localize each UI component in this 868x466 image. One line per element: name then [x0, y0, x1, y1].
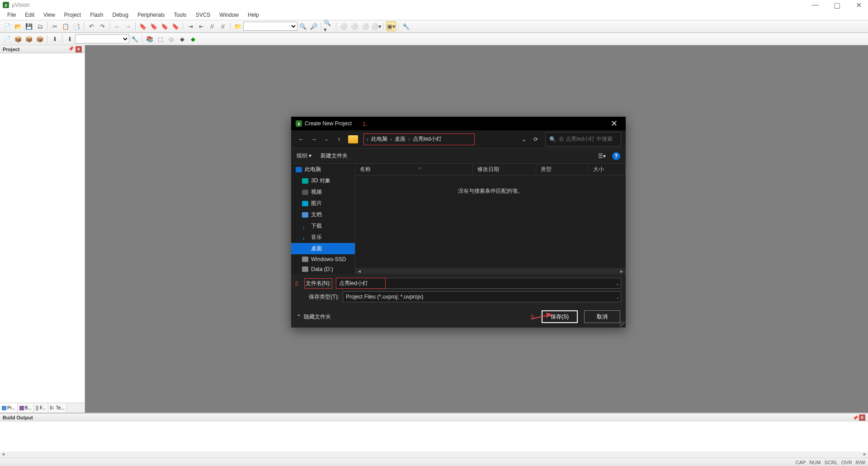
indent-icon[interactable]: ⇥	[185, 21, 195, 31]
nav-history-icon[interactable]: ⌄	[321, 134, 332, 145]
bookmark-clear-icon[interactable]: 🔖	[170, 21, 180, 31]
pin-icon[interactable]: 📌	[68, 46, 75, 52]
breadcrumb-item[interactable]: 点亮led小灯	[413, 135, 442, 143]
breadcrumb-item[interactable]: 此电脑	[371, 135, 387, 143]
bookmark-next-icon[interactable]: 🔖	[160, 21, 170, 31]
menu-svcs[interactable]: SVCS	[191, 11, 215, 19]
menu-flash[interactable]: Flash	[85, 11, 108, 19]
search-input[interactable]: 🔍 在 点亮led小灯 中搜索	[545, 132, 621, 147]
nav-back-icon[interactable]: ←	[112, 21, 122, 31]
debug-icon[interactable]: 🔍▾	[324, 21, 334, 31]
panel-close-icon[interactable]: ✕	[75, 46, 82, 52]
dialog-close-icon[interactable]: ✕	[607, 119, 621, 128]
save-all-icon[interactable]: 🗂	[35, 21, 45, 31]
tree-item-thispc[interactable]: 此电脑	[291, 164, 355, 175]
maximize-button[interactable]: ▢	[830, 1, 844, 10]
translate-icon[interactable]: 📄	[2, 34, 12, 44]
col-name[interactable]: 名称⌃	[355, 164, 473, 175]
menu-tools[interactable]: Tools	[170, 11, 191, 19]
pin-icon[interactable]: 📌	[853, 415, 858, 420]
cancel-button[interactable]: 取消	[584, 310, 620, 323]
pack-installer-icon[interactable]: ◆	[188, 34, 198, 44]
panel-close-icon[interactable]: ✕	[859, 414, 865, 421]
filename-input[interactable]	[336, 278, 386, 289]
target-combo[interactable]	[75, 34, 129, 43]
horizontal-scrollbar[interactable]: ◄►	[0, 452, 868, 458]
nav-forward-icon[interactable]: →	[308, 134, 319, 145]
col-size[interactable]: 大小	[589, 164, 626, 175]
tree-item-pictures[interactable]: 图片	[291, 198, 355, 209]
manage-rte-icon[interactable]: ◆	[177, 34, 187, 44]
resize-grip[interactable]	[619, 321, 625, 327]
tree-item-windows-ssd[interactable]: Windows-SSD	[291, 254, 355, 264]
uncomment-icon[interactable]: //	[218, 21, 228, 31]
organize-button[interactable]: 组织 ▾	[297, 152, 311, 160]
bookmark-icon[interactable]: 🔖	[138, 21, 148, 31]
target-options-icon[interactable]: 🔧	[130, 34, 140, 44]
nav-up-icon[interactable]: ↑	[334, 134, 344, 145]
menu-project[interactable]: Project	[60, 11, 85, 19]
filetype-select[interactable]: Project Files (*.uvproj; *.uvprojx)	[343, 291, 621, 302]
tree-item-downloads[interactable]: 下载	[291, 220, 355, 232]
scroll-left-icon[interactable]: ◄	[0, 452, 6, 458]
new-folder-button[interactable]: 新建文件夹	[321, 152, 348, 160]
copy-icon[interactable]: 📋	[61, 21, 71, 31]
breakpoint-icon[interactable]: ⚪	[339, 21, 349, 31]
breakpoint-kill-icon[interactable]: ⚪▾	[371, 21, 381, 31]
find-files-icon[interactable]: 🔍	[298, 21, 308, 31]
manage-books-icon[interactable]: 📚	[145, 34, 155, 44]
nav-forward-icon[interactable]: →	[123, 21, 133, 31]
col-date[interactable]: 修改日期	[473, 164, 536, 175]
scroll-right-icon[interactable]: ►	[619, 269, 624, 274]
col-type[interactable]: 类型	[536, 164, 589, 175]
window-icon[interactable]: ▣▾	[386, 21, 396, 31]
rebuild-icon[interactable]: 📦	[24, 34, 34, 44]
redo-icon[interactable]: ↷	[97, 21, 107, 31]
bookmark-prev-icon[interactable]: 🔖	[149, 21, 159, 31]
tree-item-data-d[interactable]: Data (D:)	[291, 264, 355, 274]
folder-tree[interactable]: 此电脑 3D 对象 视频 图片 文档 下载 音乐 桌面 Windows-SSD …	[291, 164, 355, 274]
help-icon[interactable]: ?	[612, 152, 620, 160]
scroll-right-icon[interactable]: ►	[862, 452, 868, 458]
scroll-left-icon[interactable]: ◄	[357, 269, 362, 274]
stop-build-icon[interactable]: ⬇	[50, 34, 60, 44]
tab-functions[interactable]: {} F...	[34, 403, 48, 413]
download-icon[interactable]: ⬇	[65, 34, 75, 44]
nav-back-icon[interactable]: ←	[296, 134, 307, 145]
build-icon[interactable]: 📦	[13, 34, 23, 44]
breadcrumb-dropdown-icon[interactable]: ⌄	[522, 136, 526, 143]
menu-peripherals[interactable]: Peripherals	[133, 11, 170, 19]
tree-item-desktop[interactable]: 桌面	[291, 243, 355, 254]
menu-view[interactable]: View	[39, 11, 60, 19]
menu-debug[interactable]: Debug	[108, 11, 133, 19]
save-icon[interactable]: 💾	[24, 21, 34, 31]
manage-books2-icon[interactable]: ◇	[166, 34, 176, 44]
comment-icon[interactable]: //	[207, 21, 217, 31]
tree-item-3d[interactable]: 3D 对象	[291, 175, 355, 186]
find-combo[interactable]	[243, 22, 297, 31]
menu-edit[interactable]: Edit	[20, 11, 39, 19]
outdent-icon[interactable]: ⇤	[196, 21, 206, 31]
tab-templates[interactable]: 0↓ Te...	[48, 403, 67, 413]
batch-build-icon[interactable]: 📦	[35, 34, 45, 44]
tab-books[interactable]: B...	[18, 403, 34, 413]
refresh-icon[interactable]: ⟳	[531, 136, 541, 143]
tree-item-video[interactable]: 视频	[291, 186, 355, 198]
new-file-icon[interactable]: 📄	[2, 21, 12, 31]
menu-window[interactable]: Window	[215, 11, 243, 19]
breakpoint-enable-icon[interactable]: ⚪	[349, 21, 359, 31]
paste-icon[interactable]: 📑	[71, 21, 81, 31]
tree-item-music[interactable]: 音乐	[291, 232, 355, 243]
save-button[interactable]: 保存(S)	[542, 310, 578, 323]
incremental-find-icon[interactable]: 🔎	[309, 21, 319, 31]
horizontal-scrollbar[interactable]: ◄►	[355, 268, 626, 274]
breakpoint-disable-icon[interactable]: ⚪	[360, 21, 370, 31]
tree-item-documents[interactable]: 文档	[291, 209, 355, 220]
breadcrumb[interactable]: › 此电脑 › 桌面 › 点亮led小灯	[363, 133, 475, 145]
manage-components-icon[interactable]: ⬚	[156, 34, 165, 44]
project-tree[interactable]	[0, 53, 85, 403]
tab-project[interactable]: Pr...	[0, 403, 18, 413]
menu-file[interactable]: File	[3, 11, 20, 19]
menu-help[interactable]: Help	[243, 11, 264, 19]
undo-icon[interactable]: ↶	[86, 21, 96, 31]
